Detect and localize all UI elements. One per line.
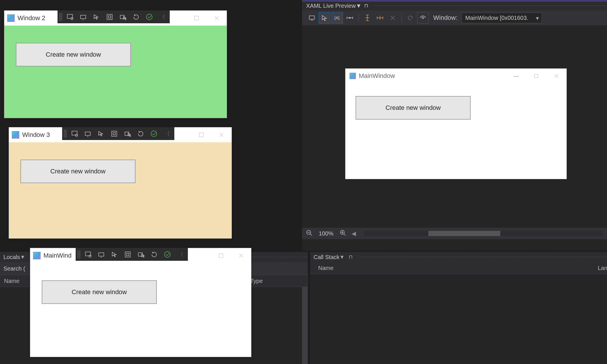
display-layout-adorners-icon[interactable] [109,128,120,139]
svg-point-4 [71,18,73,20]
grip-icon[interactable] [77,250,80,258]
track-focused-icon[interactable] [135,249,146,260]
vertical-scrollbar[interactable] [302,287,308,364]
create-new-window-button[interactable]: Create new window [42,280,157,304]
display-layout-adorners-icon[interactable] [122,249,133,260]
svg-text:{A}: {A} [334,16,340,20]
maximize-button[interactable] [211,248,231,263]
chevron-left-icon[interactable]: 〈 [175,249,186,260]
app-window-2[interactable]: Window 2 Create new window 〈 [4,10,227,118]
svg-rect-57 [535,74,538,78]
chevron-left-icon[interactable]: 〈 [162,128,173,139]
app-window-3[interactable]: Window 3 Create new window 〈 [9,127,232,239]
svg-rect-16 [72,131,77,135]
window-selector-combo[interactable]: MainWindow [0x001603. [461,13,542,23]
show-hidden-icon[interactable] [417,12,429,24]
preview-titlebar: MainWindow — [346,69,566,83]
hot-reload-icon[interactable] [131,12,142,22]
xaml-debug-toolbar[interactable]: 〈 [76,248,188,261]
horizontal-rulers-icon[interactable] [374,12,386,24]
svg-rect-21 [112,131,117,136]
live-visual-tree-icon[interactable] [64,12,75,22]
delete-icon [387,12,398,24]
svg-point-17 [75,134,78,137]
select-element-preview-icon[interactable] [319,12,330,24]
panel-header[interactable]: XAML Live Preview ▼ ⊓ [302,1,607,10]
xaml-debug-toolbar[interactable]: 〈 [62,127,174,140]
xaml-live-preview-panel: XAML Live Preview ▼ ⊓ {A} Window: MainWi… [302,1,607,251]
svg-rect-0 [194,16,198,20]
svg-rect-29 [85,252,91,256]
live-visual-tree-icon[interactable] [69,128,80,139]
display-layout-adorners-icon[interactable] [104,12,115,22]
svg-line-64 [344,234,346,235]
hot-reload-icon[interactable] [149,249,160,260]
col-lang[interactable]: Lan [590,265,607,271]
live-preview-icon[interactable] [82,128,93,139]
window-body: Create new window [9,142,232,238]
select-element-icon[interactable] [96,128,106,139]
preview-create-button: Create new window [356,96,471,120]
rulers-icon[interactable] [344,12,356,24]
binding-check-icon[interactable] [148,128,159,139]
panel-header[interactable]: Call Stack ▼ ⊓ [310,252,607,262]
combo-value: MainWindow [0x001603. [465,15,528,21]
select-element-icon[interactable] [109,249,120,260]
live-visual-tree-icon[interactable] [83,249,93,260]
preview-title: MainWindow [359,72,395,80]
dropdown-icon[interactable]: ▼ [356,3,362,9]
svg-point-38 [165,252,170,257]
select-element-icon[interactable] [91,12,102,22]
dropdown-icon[interactable]: ▼ [20,254,25,260]
create-new-window-button[interactable]: Create new window [16,43,131,66]
hot-reload-icon[interactable] [135,128,146,139]
close-button[interactable] [211,127,232,142]
xaml-toolbar: {A} Window: MainWindow [0x001603. [302,10,607,25]
track-focused-icon[interactable] [122,128,133,139]
chevron-left-icon[interactable]: 〈 [157,12,168,22]
xaml-debug-toolbar[interactable]: 〈 [58,10,170,23]
close-button[interactable] [231,248,251,263]
dropdown-icon[interactable]: ▼ [339,254,345,260]
svg-point-12 [146,14,152,20]
maximize-button[interactable] [186,11,207,26]
vertical-rulers-icon[interactable] [362,12,373,24]
svg-rect-3 [67,14,72,18]
svg-marker-20 [99,131,103,136]
close-button[interactable] [207,11,227,26]
app-window-main[interactable]: MainWind Create new window 〈 [30,248,251,357]
col-name[interactable]: Name [310,265,590,271]
maximize-button[interactable] [191,127,211,142]
live-preview-icon[interactable] [78,12,89,22]
minimize-icon: — [506,69,526,83]
window-body: Create new window [4,26,227,118]
pin-icon[interactable]: ⊓ [349,254,353,260]
zoom-out-icon[interactable] [306,230,312,237]
grip-icon[interactable] [59,13,62,21]
svg-rect-5 [81,15,86,19]
svg-rect-13 [199,133,203,137]
pin-icon[interactable]: ⊓ [364,3,368,9]
scroll-left-icon[interactable]: ◀ [351,230,356,237]
separator [401,14,402,22]
app-icon [33,252,41,259]
preview-canvas[interactable]: MainWindow — Create new window 100% ◀ [302,25,607,239]
preview-selected-element-icon[interactable] [306,12,318,24]
svg-marker-7 [94,15,98,19]
zoom-in-icon[interactable] [340,230,346,237]
show-element-info-icon[interactable]: {A} [331,12,343,24]
track-focused-icon[interactable] [117,12,128,22]
svg-rect-22 [113,133,115,135]
binding-check-icon[interactable] [144,12,155,22]
scrollbar-thumb[interactable] [428,231,500,236]
svg-marker-24 [128,133,131,137]
undo-icon [404,12,416,24]
horizontal-scrollbar[interactable] [364,231,603,236]
window-title: Window 2 [18,14,45,22]
binding-check-icon[interactable] [162,249,173,260]
live-preview-icon[interactable] [96,249,107,260]
grip-icon[interactable] [64,130,67,138]
svg-point-30 [89,255,91,257]
create-new-window-button[interactable]: Create new window [20,160,135,183]
svg-rect-39 [309,16,314,19]
